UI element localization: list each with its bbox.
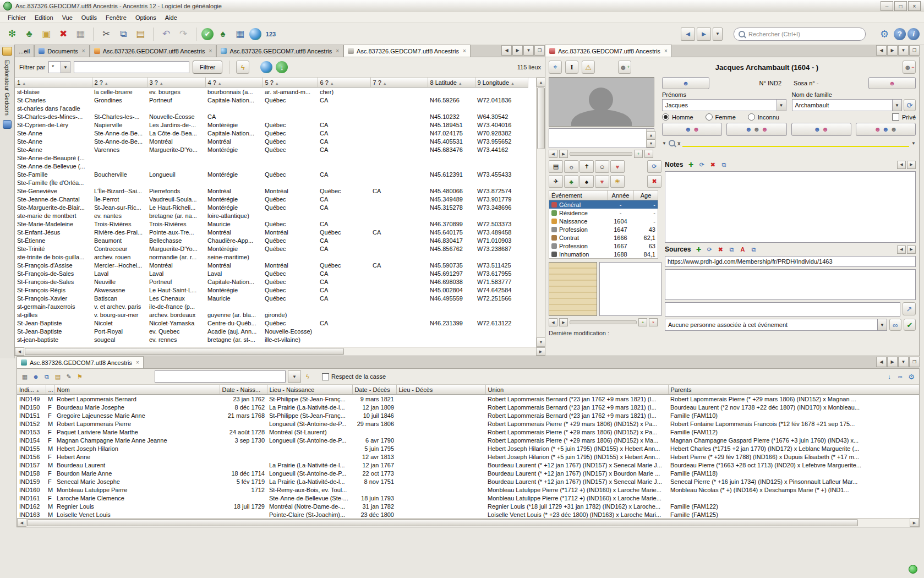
union-dropdown-icon[interactable]: ▼: [911, 141, 916, 146]
table-row[interactable]: IND151FGregoire Lajeunesse Marie Anne21 …: [17, 411, 919, 419]
column-header[interactable]: 2 ?: [92, 78, 147, 88]
event-general-button[interactable]: ▤: [549, 160, 563, 173]
media-slider[interactable]: [570, 320, 637, 324]
edit-icon[interactable]: ✎: [64, 372, 73, 381]
table-row[interactable]: St-Charles-des-Mines-...St-Charles-les-.…: [15, 112, 528, 121]
table-row[interactable]: St-Cyprien-de-LéryNapiervilleLes Jardins…: [15, 121, 528, 129]
close-tab-icon[interactable]: [664, 48, 668, 54]
collapse-arrow-icon[interactable]: ▼: [662, 141, 666, 146]
close-tab-icon[interactable]: [336, 48, 339, 54]
scroll-up-arrow[interactable]: ▲: [647, 131, 655, 139]
archive-source-icon[interactable]: A: [738, 245, 747, 254]
refresh-name-icon[interactable]: ⟳: [904, 99, 916, 111]
column-header[interactable]: 5 ?: [263, 78, 318, 88]
column-header[interactable]: Date - Décès: [352, 385, 396, 395]
parents-button[interactable]: ☻☻: [662, 123, 722, 136]
nav-forward-button[interactable]: ▶: [697, 28, 711, 41]
geocode-icon[interactable]: [260, 61, 272, 73]
places-horizontal-scrollbar[interactable]: ◀ ▶: [15, 347, 545, 356]
table-row[interactable]: st-germain-l'auxerroisv. et archev. pari…: [15, 302, 528, 310]
event-row[interactable]: Inhumation168884,1: [549, 250, 658, 259]
scroll-left-arrow[interactable]: ◀: [15, 347, 24, 356]
scroll-right-arrow[interactable]: ▶: [536, 347, 545, 356]
save-list-icon[interactable]: ▦: [20, 372, 29, 381]
table-row[interactable]: St-François-de-SalesNeuvillePortneufCapi…: [15, 277, 528, 286]
table-row[interactable]: IND162MRegnier Louis18 juil 1729Montréal…: [17, 502, 919, 510]
paste-icon[interactable]: ▤: [133, 26, 148, 42]
refresh-events-icon[interactable]: ⟳: [647, 160, 661, 173]
info-icon[interactable]: i: [907, 28, 920, 40]
event-row[interactable]: Profession164743: [549, 225, 658, 233]
download-coordinates-icon[interactable]: ↓: [276, 61, 288, 73]
event-portrait-button[interactable]: ☺: [595, 160, 609, 173]
table-row[interactable]: st-jean-baptistesougealev. rennesbretagn…: [15, 335, 528, 343]
radio-femme[interactable]: [706, 113, 713, 121]
report-icon[interactable]: ▤: [53, 372, 62, 381]
scroll-tabs-left-button[interactable]: ◀: [501, 45, 512, 56]
scroll-left-arrow[interactable]: ◀: [17, 519, 26, 527]
siblings-button[interactable]: ☻☻☻: [726, 123, 786, 136]
column-header[interactable]: ...: [46, 385, 54, 395]
event-row[interactable]: Général--: [549, 200, 658, 209]
event-award-button[interactable]: ❀: [610, 175, 625, 188]
tab-gedcom-places[interactable]: Asc.837326.GEDCOM7.utf8 Ancestris: [343, 45, 471, 57]
table-row[interactable]: IND163MLoiselle Venet LouisPointe-Claire…: [17, 510, 919, 518]
filter-text-input[interactable]: [74, 61, 189, 73]
column-header[interactable]: Lieu - Décès: [396, 385, 485, 395]
delete-source-icon[interactable]: ✖: [716, 245, 725, 254]
private-checkbox[interactable]: [892, 113, 899, 121]
table-row[interactable]: St-François-XavierBatiscanLes ChenauxMau…: [15, 294, 528, 302]
table-row[interactable]: IND158FBourdon Marie Anne18 déc 1714Long…: [17, 469, 919, 477]
settings-icon[interactable]: ⚙: [877, 26, 892, 42]
menu-fichier[interactable]: Fichier: [3, 14, 30, 21]
t- tab-gedcom-geo[interactable]: Asc.837326.GEDCOM7.utf8 Ancestris: [216, 45, 343, 57]
media-list[interactable]: ▲ ▼: [549, 128, 654, 148]
column-header[interactable]: Union: [485, 385, 668, 395]
cite-source-icon[interactable]: ⧉: [749, 245, 758, 254]
maximize-panel-button[interactable]: ❒: [909, 357, 920, 367]
table-row[interactable]: Ste-Famille (Île d'Orléa...: [15, 178, 528, 187]
event-row[interactable]: Profession166763: [549, 242, 658, 250]
scroll-tabs-right-button[interactable]: ▶: [887, 45, 898, 56]
open-folder-icon[interactable]: ▣: [39, 26, 54, 42]
table-row[interactable]: Ste-AnneSte-Anne-de-Be...La Côte-de-Bea.…: [15, 129, 528, 137]
cut-icon[interactable]: ✂: [99, 26, 114, 42]
link-icon[interactable]: ∞: [896, 372, 905, 381]
delete-event-icon[interactable]: ✖: [647, 175, 661, 188]
table-row[interactable]: st-gillesv. bourg-sur-merarchev. bordeau…: [15, 310, 528, 319]
column-header[interactable]: Année: [608, 190, 634, 200]
individual-photo-placeholder[interactable]: [549, 77, 654, 127]
scrollbar-thumb[interactable]: [25, 348, 344, 355]
table-row[interactable]: Ste-AnneVarennesMarguerite-D'Yo...Montér…: [15, 145, 528, 154]
remove-media-icon[interactable]: ×: [644, 150, 653, 158]
scroll-up-arrow[interactable]: ▲: [537, 78, 545, 87]
column-header[interactable]: 8 Latitude: [428, 78, 475, 88]
scroll-down-arrow[interactable]: ▼: [647, 139, 655, 148]
scroll-tabs-left-button[interactable]: ◀: [876, 45, 887, 56]
tab-documents[interactable]: Documents: [34, 45, 89, 57]
table-row[interactable]: IND161FLaroche Marie ClemenceSte-Anne-de…: [17, 494, 919, 502]
event-health-button[interactable]: ♥: [595, 175, 609, 188]
table-row[interactable]: IND153FPaquet Lariviere Marie Marthe24 a…: [17, 428, 919, 436]
table-row[interactable]: Ste-Marguerite-de-Blair...St-Jean-sur-Ri…: [15, 203, 528, 211]
add-media-icon[interactable]: +: [634, 150, 643, 158]
table-row[interactable]: Ste-GenevièveL'Île-Bizard--Sai...Pierref…: [15, 187, 528, 195]
menu-edition[interactable]: Edition: [30, 14, 58, 21]
open-gedcom-icon[interactable]: ♣: [21, 26, 37, 42]
add-note-icon[interactable]: ✚: [686, 160, 695, 169]
column-header[interactable]: Lieu - Naissance: [267, 385, 352, 395]
table-row[interactable]: St-ÉtienneBeaumontBellechasseChaudière-A…: [15, 236, 528, 244]
tab-list-button[interactable]: ▼: [898, 357, 909, 367]
table-row[interactable]: Ste-AnneSte-Anne-de-Be...MontréalMontréa…: [15, 137, 528, 145]
table-settings-icon[interactable]: ⚙: [907, 372, 916, 381]
table-row[interactable]: Ste-Anne-de-Bellevue (...: [15, 162, 528, 170]
table-row[interactable]: St-CharlesGrondinesPortneufCapitale-Nati…: [15, 96, 528, 104]
association-dropdown[interactable]: Aucune personne associée à cet événement: [665, 319, 887, 331]
column-header[interactable]: Événement: [549, 190, 608, 200]
validate-icon[interactable]: ✔: [201, 28, 214, 40]
previous-media-button[interactable]: ◀: [549, 318, 557, 326]
close-tab-icon[interactable]: [136, 359, 139, 366]
scroll-down-arrow[interactable]: ▼: [537, 337, 545, 347]
delete-individual-icon[interactable]: ☻−: [903, 61, 916, 74]
table-row[interactable]: IND156FHebert Anne12 avr 1813Hebert Jose…: [17, 452, 919, 461]
